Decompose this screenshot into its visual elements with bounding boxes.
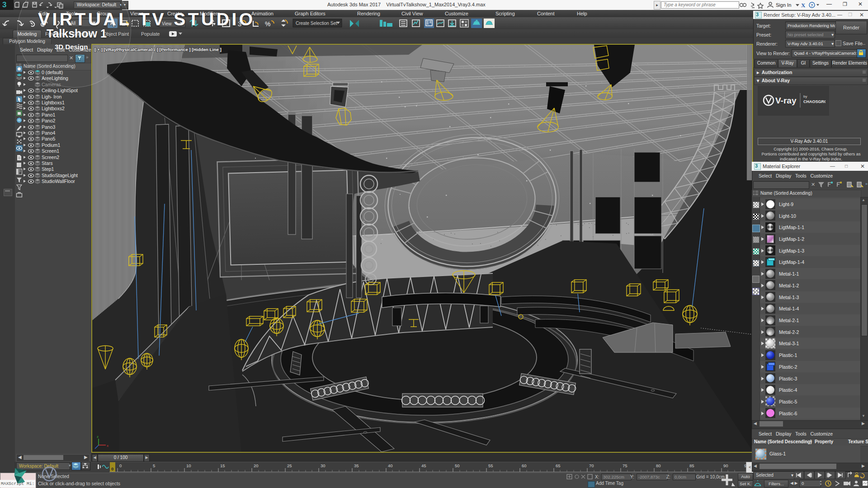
svg-text:80: 80 [656,463,661,468]
svg-text:70: 70 [589,463,594,468]
svg-text:z: z [97,435,99,439]
svg-text:0: 0 [119,463,122,468]
svg-text:5: 5 [153,463,155,468]
svg-text:0: 0 [111,466,113,471]
svg-text:?: ? [811,3,813,8]
svg-text:55: 55 [488,463,493,468]
svg-text:CHAOSGROUP: CHAOSGROUP [803,99,826,104]
svg-text:15: 15 [220,463,225,468]
svg-text:by: by [803,94,807,99]
svg-text:20: 20 [254,463,259,468]
svg-text:30: 30 [321,463,326,468]
svg-text:10: 10 [186,463,191,468]
svg-text:50: 50 [455,463,460,468]
svg-text:X: X [801,2,806,9]
svg-text:V-ray: V-ray [775,96,797,105]
svg-text:65: 65 [556,463,561,468]
svg-text:»: » [865,182,868,186]
svg-text:60: 60 [522,463,527,468]
svg-text:45: 45 [421,463,426,468]
svg-text:Sign In: Sign In [776,2,791,8]
svg-text:40: 40 [388,463,393,468]
svg-text:90: 90 [723,463,728,468]
svg-text:%: % [265,20,270,28]
svg-text:85: 85 [689,463,694,468]
svg-text:25: 25 [287,463,292,468]
svg-text:35: 35 [354,463,359,468]
svg-text:75: 75 [623,463,627,468]
svg-text:x: x [107,444,108,448]
svg-text:Create Selection Set: Create Selection Set [296,21,337,26]
